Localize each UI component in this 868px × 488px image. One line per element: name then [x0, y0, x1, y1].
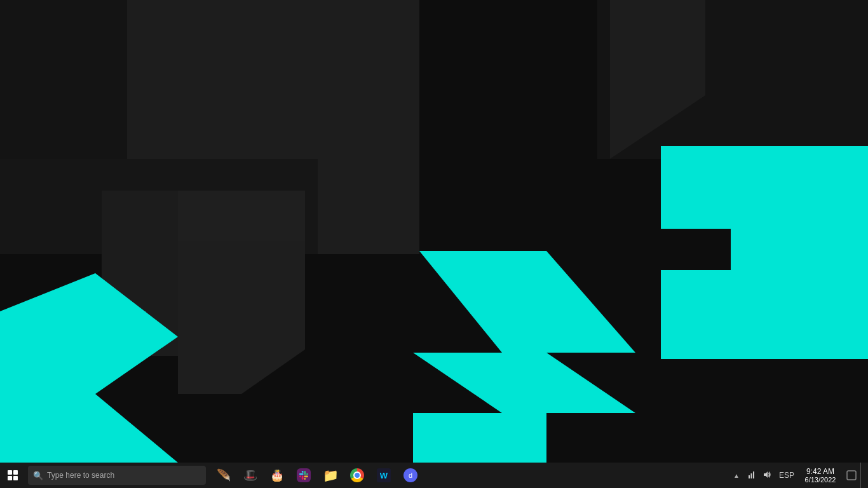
svg-text:d: d — [409, 471, 412, 479]
language-text: ESP — [779, 471, 794, 480]
tray-icons — [743, 469, 775, 482]
svg-rect-49 — [750, 473, 752, 478]
clock[interactable]: 9:42 AM 6/13/2022 — [798, 463, 843, 488]
taskbar: 🔍 Type here to search 🪶 🎩 🎂 — [0, 463, 868, 488]
svg-text:W: W — [380, 471, 388, 480]
svg-marker-43 — [743, 359, 868, 463]
network-icon[interactable] — [746, 469, 757, 482]
svg-rect-50 — [753, 471, 754, 478]
taskbar-apps: 🪶 🎩 🎂 📁 — [211, 463, 423, 488]
taskbar-app-cake[interactable]: 🎂 — [264, 463, 290, 488]
search-icon: 🔍 — [33, 471, 43, 480]
taskbar-app-chrome[interactable] — [344, 463, 370, 488]
discord-icon: d — [403, 468, 417, 482]
desktop — [0, 0, 868, 463]
taskbar-app-hat[interactable]: 🎩 — [238, 463, 263, 488]
windows-logo-icon — [8, 470, 18, 480]
taskbar-app-discord[interactable]: d — [398, 463, 423, 488]
taskbar-app-winamp[interactable]: W — [371, 463, 397, 488]
taskbar-right: ▲ ESP — [729, 463, 868, 488]
svg-rect-52 — [847, 471, 856, 480]
clock-time: 9:42 AM — [806, 467, 834, 476]
system-tray-overflow[interactable]: ▲ — [729, 463, 743, 488]
clock-date: 6/13/2022 — [805, 476, 836, 484]
cake-icon: 🎂 — [270, 468, 284, 482]
start-button[interactable] — [0, 463, 25, 488]
show-desktop-button[interactable] — [860, 463, 865, 488]
folder-icon: 📁 — [323, 468, 339, 483]
search-placeholder-text: Type here to search — [47, 471, 114, 480]
quill-icon: 🪶 — [217, 468, 231, 482]
volume-icon[interactable] — [761, 469, 773, 482]
slack-icon — [297, 468, 311, 482]
chrome-icon — [350, 468, 364, 482]
svg-rect-48 — [749, 475, 750, 478]
hat-icon: 🎩 — [243, 468, 257, 482]
taskbar-app-explorer[interactable]: 📁 — [318, 463, 343, 488]
wallpaper — [0, 0, 868, 463]
taskbar-app-slack[interactable] — [291, 463, 316, 488]
svg-marker-42 — [661, 229, 731, 270]
svg-marker-51 — [764, 471, 768, 478]
search-bar[interactable]: 🔍 Type here to search — [28, 466, 206, 485]
notification-icon[interactable] — [843, 463, 860, 488]
tray-chevron-icon: ▲ — [733, 472, 740, 479]
language-indicator[interactable]: ESP — [775, 471, 798, 480]
winamp-icon: W — [377, 468, 391, 482]
taskbar-app-quill[interactable]: 🪶 — [211, 463, 236, 488]
